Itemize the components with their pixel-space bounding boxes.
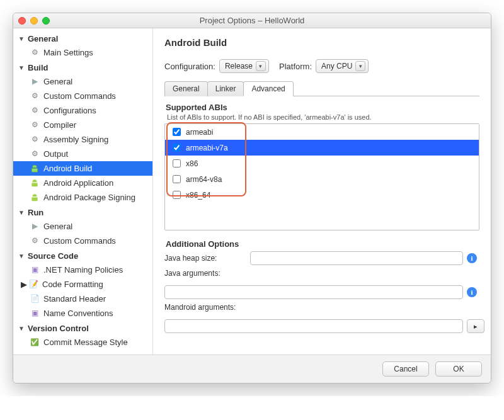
dialog-footer: Cancel OK (13, 355, 491, 383)
config-platform-row: Configuration: Release ▾ Platform: Any C… (164, 59, 479, 73)
configuration-value: Release (225, 62, 253, 71)
abi-label: x86_64 (186, 191, 210, 200)
tab-advanced[interactable]: Advanced (243, 81, 293, 96)
sidebar-item-standard-header[interactable]: Standard Header (13, 292, 152, 306)
window-title: Project Options – HelloWorld (13, 16, 491, 25)
gear-icon (30, 135, 40, 145)
abi-row[interactable]: x86_64 (165, 187, 479, 203)
item-label: Standard Header (43, 293, 106, 304)
mandroid-input[interactable] (164, 319, 463, 333)
abi-checkbox[interactable] (173, 175, 181, 183)
sidebar-item-build-general[interactable]: General (13, 74, 152, 89)
sidebar-item-android-build[interactable]: Android Build (13, 161, 152, 176)
abi-checkbox[interactable] (173, 159, 181, 167)
play-icon (30, 222, 40, 232)
sidebar-item-name-conventions[interactable]: Name Conventions (13, 306, 152, 321)
platform-value: Any CPU (321, 62, 352, 71)
main-panel: Android Build Configuration: Release ▾ P… (153, 28, 491, 355)
sidebar-item-android-package-signing[interactable]: Android Package Signing (13, 190, 152, 205)
close-icon[interactable] (18, 17, 26, 25)
abi-listbox[interactable]: armeabiarmeabi-v7ax86arm64-v8ax86_64 (164, 123, 479, 230)
play-icon (30, 77, 40, 87)
sidebar-item-run-general[interactable]: General (13, 219, 152, 234)
naming-icon (30, 309, 40, 319)
sidebar-item-configurations[interactable]: Configurations (13, 103, 152, 118)
cancel-button[interactable]: Cancel (382, 361, 429, 377)
sidebar-item-assembly-signing[interactable]: Assembly Signing (13, 132, 152, 147)
section-build[interactable]: ▼ Build (13, 61, 152, 74)
java-heap-input[interactable] (250, 251, 463, 265)
maximize-icon[interactable] (42, 17, 50, 25)
tabstrip: General Linker Advanced (164, 81, 479, 96)
item-label: Configurations (43, 105, 96, 116)
mandroid-label: Mandroid arguments: (164, 303, 246, 312)
sidebar-item-code-formatting[interactable]: ▶ Code Formatting (13, 277, 152, 292)
gear-icon (30, 106, 40, 116)
sidebar-item-custom-commands[interactable]: Custom Commands (13, 89, 152, 103)
minimize-icon[interactable] (30, 17, 38, 25)
additional-options-label: Additional Options (166, 239, 479, 249)
item-label: Code Formatting (42, 279, 103, 290)
section-label: General (28, 34, 58, 43)
chevron-down-icon: ▾ (355, 61, 365, 71)
abi-checkbox[interactable] (173, 128, 181, 136)
mandroid-more-button[interactable]: ▸ (467, 319, 484, 333)
gear-icon (30, 48, 40, 58)
additional-options: Java heap size: i Java arguments: i Mand… (164, 251, 479, 333)
section-source-code[interactable]: ▼ Source Code (13, 249, 152, 263)
abi-label: arm64-v8a (186, 175, 222, 184)
sidebar-item-android-application[interactable]: Android Application (13, 176, 152, 190)
sidebar-item-run-custom-commands[interactable]: Custom Commands (13, 234, 152, 248)
section-version-control[interactable]: ▼ Version Control (13, 322, 152, 335)
gear-icon (30, 91, 40, 101)
item-label: Custom Commands (43, 236, 116, 246)
window-controls (18, 17, 50, 25)
content-area: ▼ General Main Settings ▼ Build General (13, 28, 491, 355)
android-icon (30, 178, 40, 188)
abi-row[interactable]: armeabi-v7a (165, 140, 479, 156)
gear-icon (30, 120, 40, 130)
sidebar-item-net-naming[interactable]: .NET Naming Policies (13, 263, 152, 277)
section-run[interactable]: ▼ Run (13, 206, 152, 219)
tab-general[interactable]: General (164, 81, 208, 96)
android-icon (30, 193, 40, 203)
sidebar-item-compiler[interactable]: Compiler (13, 118, 152, 132)
disclosure-triangle-icon: ▼ (18, 253, 26, 259)
abi-row[interactable]: x86 (165, 156, 479, 171)
info-icon[interactable]: i (467, 287, 477, 297)
item-label: General (43, 221, 72, 232)
abi-row[interactable]: arm64-v8a (165, 171, 479, 187)
disclosure-triangle-icon: ▼ (18, 64, 26, 71)
java-args-input[interactable] (164, 285, 463, 299)
sidebar-item-output[interactable]: Output (13, 147, 152, 161)
disclosure-triangle-icon: ▼ (18, 209, 26, 216)
disclosure-triangle-icon: ▶ (21, 279, 27, 290)
page-title: Android Build (164, 37, 479, 48)
abi-checkbox[interactable] (173, 144, 181, 152)
section-label: Run (28, 208, 43, 217)
item-label: Android Package Signing (43, 192, 135, 203)
sidebar-item-commit-style[interactable]: Commit Message Style (13, 335, 152, 349)
tab-linker[interactable]: Linker (207, 81, 244, 96)
java-args-label: Java arguments: (164, 269, 246, 278)
formatting-icon (28, 280, 38, 290)
abi-row[interactable]: armeabi (165, 124, 479, 140)
supported-abis-label: Supported ABIs (166, 103, 479, 112)
item-label: Android Application (43, 178, 113, 188)
info-icon[interactable]: i (467, 253, 477, 263)
sidebar-item-main-settings[interactable]: Main Settings (13, 45, 152, 60)
section-label: Version Control (28, 324, 89, 333)
ok-button[interactable]: OK (435, 361, 482, 377)
platform-select[interactable]: Any CPU ▾ (316, 59, 369, 73)
platform-label: Platform: (279, 62, 312, 71)
section-general[interactable]: ▼ General (13, 32, 152, 45)
java-heap-label: Java heap size: (164, 254, 246, 263)
chevron-down-icon: ▾ (256, 61, 266, 71)
abi-checkbox[interactable] (173, 191, 181, 199)
disclosure-triangle-icon: ▼ (18, 35, 26, 42)
configuration-select[interactable]: Release ▾ (219, 59, 269, 73)
item-label: Android Build (43, 163, 92, 174)
project-options-window: Project Options – HelloWorld ▼ General M… (13, 13, 491, 383)
configuration-label: Configuration: (164, 62, 215, 71)
item-label: Compiler (43, 120, 76, 130)
